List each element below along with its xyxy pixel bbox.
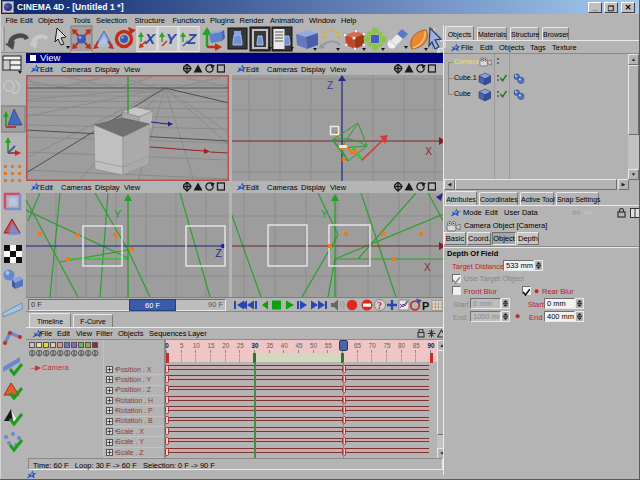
svg-text:X: X	[144, 30, 156, 47]
svg-text:P: P	[422, 300, 429, 312]
svg-text:Z: Z	[186, 30, 197, 47]
svg-text:Y: Y	[321, 209, 328, 220]
svg-text:Y: Y	[114, 208, 122, 220]
svg-text:Z: Z	[215, 247, 222, 259]
svg-text:?: ?	[377, 301, 382, 311]
svg-text:X: X	[424, 262, 431, 273]
svg-text:Z: Z	[327, 80, 333, 91]
svg-text:X: X	[425, 146, 432, 157]
